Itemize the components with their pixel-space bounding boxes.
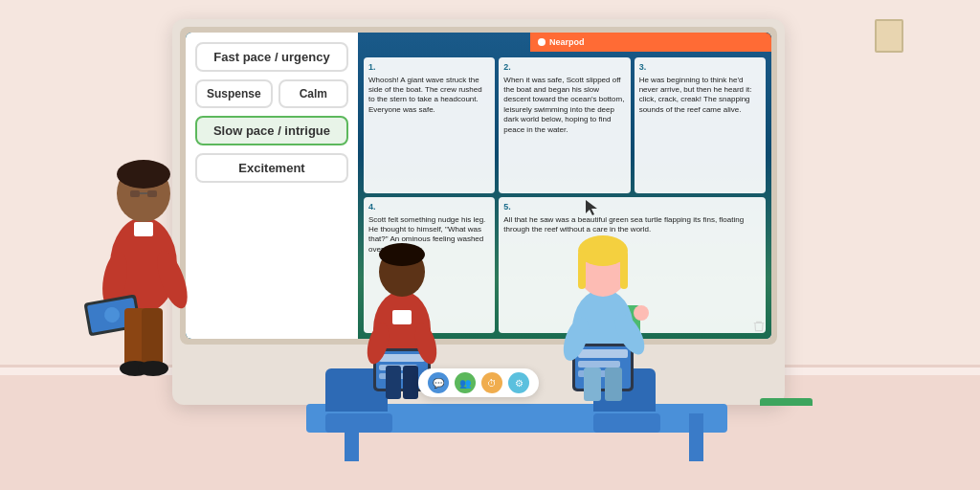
card-2-num: 2. bbox=[503, 62, 625, 74]
settings-button[interactable]: ⚙ bbox=[508, 372, 529, 393]
svg-rect-34 bbox=[620, 251, 628, 289]
chair-right-seat bbox=[593, 413, 660, 433]
story-card-3: 3. He was beginning to think he'd never … bbox=[635, 57, 766, 193]
svg-rect-5 bbox=[147, 190, 157, 197]
svg-rect-4 bbox=[130, 190, 140, 197]
card-1-num: 1. bbox=[368, 62, 490, 74]
card-4-num: 4. bbox=[368, 202, 490, 213]
teacher-figure bbox=[77, 131, 211, 409]
svg-marker-0 bbox=[586, 200, 597, 215]
student-right-figure bbox=[546, 214, 660, 406]
svg-point-42 bbox=[634, 305, 649, 321]
option-fast-pace[interactable]: Fast pace / urgency bbox=[195, 42, 348, 72]
cursor-arrow bbox=[586, 200, 597, 215]
wall-decoration bbox=[875, 19, 903, 53]
users-button[interactable]: 👥 bbox=[455, 372, 476, 393]
option-row: Suspense Calm bbox=[195, 79, 348, 108]
svg-point-3 bbox=[117, 160, 170, 189]
card-3-text: He was beginning to think he'd never arr… bbox=[639, 76, 761, 116]
monitor-frame: Fast pace / urgency Suspense Calm Slow p… bbox=[180, 27, 777, 345]
svg-rect-29 bbox=[403, 366, 418, 399]
svg-rect-38 bbox=[578, 361, 620, 368]
chat-button[interactable]: 💬 bbox=[428, 372, 449, 393]
screen-toolbar: 💬 👥 ⏱ ⚙ bbox=[418, 368, 539, 397]
card-2-text: When it was safe, Scott slipped off the … bbox=[503, 76, 625, 135]
header-title: Nearpod bbox=[549, 37, 585, 47]
header-dot bbox=[538, 38, 546, 46]
svg-rect-37 bbox=[578, 349, 628, 358]
svg-rect-44 bbox=[605, 368, 622, 401]
svg-rect-23 bbox=[379, 354, 425, 362]
story-card-2: 2. When it was safe, Scott slipped off t… bbox=[499, 57, 630, 193]
svg-rect-33 bbox=[578, 251, 586, 289]
story-card-1: 1. Whoosh! A giant wave struck the side … bbox=[364, 57, 495, 193]
svg-rect-28 bbox=[386, 366, 401, 399]
svg-rect-7 bbox=[134, 222, 153, 236]
svg-point-20 bbox=[379, 243, 425, 266]
toolbar-container: 💬 👥 ⏱ ⚙ bbox=[180, 345, 777, 373]
monitor-stand: Fast pace / urgency Suspense Calm Slow p… bbox=[172, 19, 785, 405]
card-1-text: Whoosh! A giant wave struck the side of … bbox=[368, 76, 490, 116]
svg-point-16 bbox=[138, 361, 168, 376]
chair-left-seat bbox=[325, 413, 392, 433]
svg-rect-43 bbox=[584, 368, 601, 401]
classroom-scene: Fast pace / urgency Suspense Calm Slow p… bbox=[0, 0, 980, 490]
option-slow-pace[interactable]: Slow pace / intrigue bbox=[195, 116, 348, 145]
card-3-num: 3. bbox=[639, 62, 761, 74]
svg-rect-14 bbox=[142, 308, 163, 366]
quiz-panel: Fast pace / urgency Suspense Calm Slow p… bbox=[186, 33, 358, 339]
trash-icon[interactable] bbox=[752, 320, 766, 333]
monitor-screen: Fast pace / urgency Suspense Calm Slow p… bbox=[186, 33, 771, 339]
svg-rect-18 bbox=[392, 310, 412, 324]
storage-box-lid bbox=[760, 398, 813, 406]
option-excitement[interactable]: Excitement bbox=[195, 153, 348, 183]
desk-leg-right bbox=[689, 413, 703, 461]
card-5-num: 5. bbox=[503, 202, 761, 213]
timer-button[interactable]: ⏱ bbox=[481, 372, 502, 393]
option-suspense[interactable]: Suspense bbox=[195, 79, 273, 108]
option-calm[interactable]: Calm bbox=[278, 79, 348, 108]
screen-header: Nearpod bbox=[530, 33, 771, 52]
